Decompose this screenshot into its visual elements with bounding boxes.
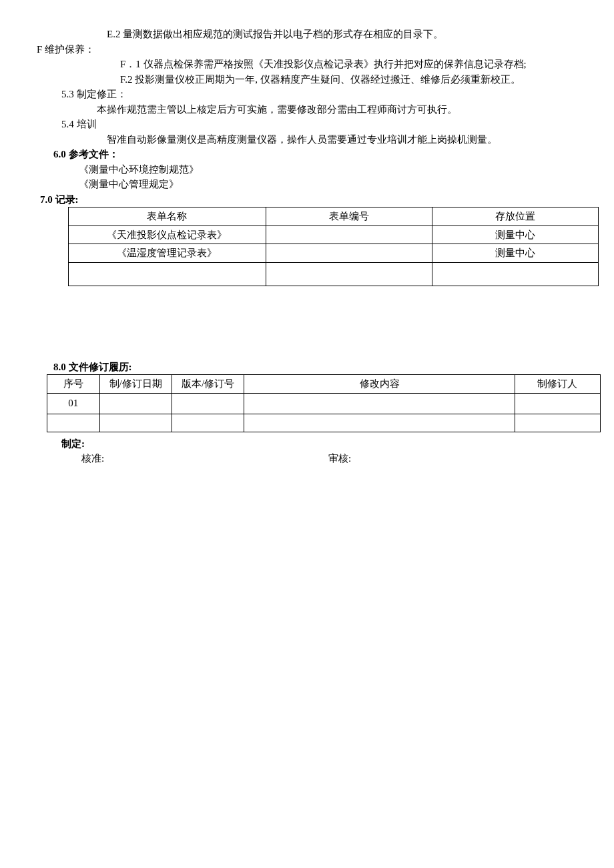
line-e2: E.2 量测数据做出相应规范的测试报告并以电子档的形式存在相应的目录下。 <box>20 27 594 42</box>
ref-doc-2: 《测量中心管理规定》 <box>20 177 594 192</box>
records-table: 表单名称 表单编号 存放位置 《天准投影仪点检记录表》 测量中心 《温湿度管理记… <box>68 207 599 286</box>
table-header-row: 序号 制/修订日期 版本/修订号 修改内容 制修订人 <box>47 375 601 394</box>
records-cell-code <box>266 262 432 286</box>
revision-header-content: 修改内容 <box>244 375 515 394</box>
revision-cell-ver <box>172 414 244 432</box>
revision-header-seq: 序号 <box>47 375 100 394</box>
records-cell-name: 《温湿度管理记录表》 <box>69 244 266 263</box>
revision-cell-date <box>99 414 172 432</box>
signature-make-label: 制定: <box>20 436 594 452</box>
revision-header-date: 制/修订日期 <box>99 375 172 394</box>
records-header-code: 表单编号 <box>266 207 432 226</box>
section-7-0-title: 7.0 记录: <box>20 192 594 207</box>
revision-cell-seq: 01 <box>47 393 100 414</box>
revision-header-ver: 版本/修订号 <box>172 375 244 394</box>
records-cell-loc: 测量中心 <box>432 244 598 263</box>
revision-cell-ver <box>172 393 244 414</box>
signature-review-label: 审核: <box>328 451 351 466</box>
records-cell-name: 《天准投影仪点检记录表》 <box>69 226 266 244</box>
revision-cell-author <box>515 393 600 414</box>
revision-cell-content <box>244 414 515 432</box>
section-5-3-body: 本操作规范需主管以上核定后方可实施，需要修改部分需由工程师商讨方可执行。 <box>20 102 594 117</box>
signature-approve-label: 核准: <box>20 451 328 466</box>
revision-header-author: 制修订人 <box>515 375 600 394</box>
section-5-4-body: 智准自动影像量测仪是高精度测量仪器，操作人员需要通过专业培训才能上岗操机测量。 <box>20 132 594 147</box>
records-cell-loc <box>432 262 598 286</box>
section-8-0-title: 8.0 文件修订履历: <box>20 360 594 375</box>
section-5-3-title: 5.3 制定修正： <box>20 87 594 102</box>
line-f-head: F 维护保养： <box>20 42 594 57</box>
revision-cell-content <box>244 393 515 414</box>
records-cell-code <box>266 226 432 244</box>
table-row <box>47 414 601 432</box>
table-row: 01 <box>47 393 601 414</box>
revision-cell-date <box>99 393 172 414</box>
table-row: 《天准投影仪点检记录表》 测量中心 <box>69 226 599 244</box>
records-header-name: 表单名称 <box>69 207 266 226</box>
section-6-0-title: 6.0 参考文件： <box>20 147 594 162</box>
section-5-4-title: 5.4 培训 <box>20 117 594 132</box>
table-row <box>69 262 599 286</box>
records-header-loc: 存放位置 <box>432 207 598 226</box>
ref-doc-1: 《测量中心环境控制规范》 <box>20 162 594 177</box>
table-header-row: 表单名称 表单编号 存放位置 <box>69 207 599 226</box>
line-f2: F.2 投影测量仪校正周期为一年, 仪器精度产生疑问、仪器经过搬迁、维修后必须重… <box>20 72 594 87</box>
records-cell-loc: 测量中心 <box>432 226 598 244</box>
records-cell-name <box>69 262 266 286</box>
records-cell-code <box>266 244 432 263</box>
line-f1: F．1 仪器点检保养需严格按照《天准投影仪点检记录表》执行并把对应的保养信息记录… <box>20 57 594 72</box>
table-row: 《温湿度管理记录表》 测量中心 <box>69 244 599 263</box>
revision-cell-author <box>515 414 600 432</box>
revision-cell-seq <box>47 414 100 432</box>
revision-table: 序号 制/修订日期 版本/修订号 修改内容 制修订人 01 <box>47 374 601 432</box>
